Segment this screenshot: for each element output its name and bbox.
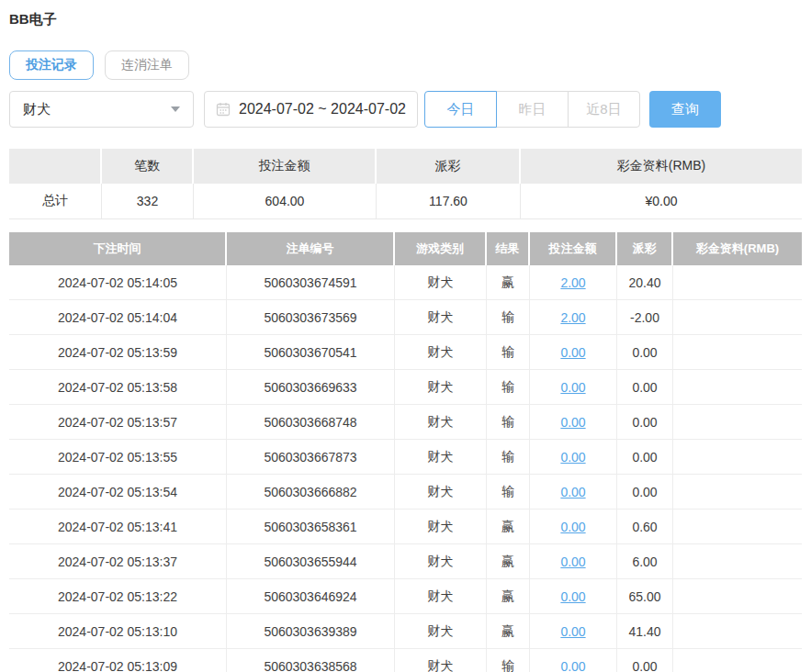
payout-cell: 0.00 bbox=[617, 335, 673, 369]
table-row: 2024-07-02 05:14:055060303674591财犬赢2.002… bbox=[9, 265, 802, 300]
order-id-cell: 5060303669633 bbox=[227, 370, 395, 404]
bet-amount-link[interactable]: 2.00 bbox=[560, 275, 585, 290]
result-cell: 输 bbox=[487, 475, 530, 509]
date-range-input[interactable]: 2024-07-02 ~ 2024-07-02 bbox=[204, 91, 418, 128]
order-id-cell: 5060303668748 bbox=[227, 405, 395, 439]
summary-header-cell bbox=[9, 149, 102, 184]
game-select[interactable]: 财犬 bbox=[9, 91, 194, 128]
table-row: 2024-07-02 05:13:415060303658361财犬赢0.000… bbox=[9, 510, 802, 544]
result-cell: 输 bbox=[487, 649, 530, 672]
bet-time-cell: 2024-07-02 05:14:04 bbox=[9, 300, 227, 334]
payout-cell: 41.40 bbox=[617, 614, 673, 648]
order-id-cell: 5060303666882 bbox=[227, 475, 395, 509]
bet-time-cell: 2024-07-02 05:13:37 bbox=[9, 544, 227, 578]
bet-amount-link[interactable]: 2.00 bbox=[560, 310, 585, 325]
quick-date-group: 今日 昨日 近8日 bbox=[424, 91, 640, 128]
bet-amount-cell: 0.00 bbox=[530, 510, 617, 543]
bonus-cell bbox=[673, 300, 802, 334]
table-row: 2024-07-02 05:13:575060303668748财犬输0.000… bbox=[9, 405, 802, 440]
order-id-cell: 5060303670541 bbox=[227, 335, 395, 369]
bet-time-cell: 2024-07-02 05:13:41 bbox=[9, 510, 227, 543]
bet-amount-cell: 0.00 bbox=[530, 649, 617, 672]
table-row: 2024-07-02 05:13:545060303666882财犬输0.000… bbox=[9, 475, 802, 510]
today-button[interactable]: 今日 bbox=[424, 91, 497, 128]
game-select-value: 财犬 bbox=[23, 101, 51, 118]
bet-amount-link[interactable]: 0.00 bbox=[560, 589, 585, 604]
bet-amount-cell: 0.00 bbox=[530, 579, 617, 613]
payout-cell: 65.00 bbox=[617, 579, 673, 613]
summary-bet-amount: 604.00 bbox=[194, 184, 377, 218]
table-row: 2024-07-02 05:13:095060303638568财犬输0.000… bbox=[9, 649, 802, 672]
summary-header-cell: 彩金资料(RMB) bbox=[521, 149, 802, 184]
bet-time-cell: 2024-07-02 05:14:05 bbox=[9, 265, 227, 299]
game-type-cell: 财犬 bbox=[395, 649, 487, 672]
bet-amount-link[interactable]: 0.00 bbox=[560, 415, 585, 430]
table-row: 2024-07-02 05:13:105060303639389财犬赢0.004… bbox=[9, 614, 802, 649]
result-cell: 赢 bbox=[487, 579, 530, 613]
bonus-cell bbox=[673, 440, 802, 474]
bet-amount-cell: 0.00 bbox=[530, 440, 617, 474]
bonus-cell bbox=[673, 544, 802, 578]
yesterday-button[interactable]: 昨日 bbox=[496, 91, 569, 128]
game-type-cell: 财犬 bbox=[395, 614, 487, 648]
summary-table: 笔数 投注金额 派彩 彩金资料(RMB) 总计 332 604.00 117.6… bbox=[9, 149, 802, 219]
bet-amount-cell: 0.00 bbox=[530, 475, 617, 509]
page-title: BB电子 bbox=[9, 11, 802, 28]
result-cell: 赢 bbox=[487, 614, 530, 648]
payout-cell: 0.00 bbox=[617, 475, 673, 509]
payout-cell: 0.00 bbox=[617, 405, 673, 439]
game-type-cell: 财犬 bbox=[395, 405, 487, 439]
tab-bet-records[interactable]: 投注记录 bbox=[9, 50, 94, 80]
bet-time-cell: 2024-07-02 05:13:59 bbox=[9, 335, 227, 369]
game-type-cell: 财犬 bbox=[395, 300, 487, 334]
bet-table-header-cell: 投注金额 bbox=[530, 232, 617, 265]
order-id-cell: 5060303646924 bbox=[227, 579, 395, 613]
bet-amount-link[interactable]: 0.00 bbox=[560, 624, 585, 639]
order-id-cell: 5060303639389 bbox=[227, 614, 395, 648]
game-type-cell: 财犬 bbox=[395, 265, 487, 299]
bet-amount-link[interactable]: 0.00 bbox=[560, 345, 585, 360]
game-type-cell: 财犬 bbox=[395, 370, 487, 404]
bonus-cell bbox=[673, 475, 802, 509]
today-button-label: 今日 bbox=[447, 101, 475, 118]
game-type-cell: 财犬 bbox=[395, 544, 487, 578]
bet-amount-link[interactable]: 0.00 bbox=[560, 450, 585, 465]
result-cell: 赢 bbox=[487, 265, 530, 299]
bet-amount-cell: 2.00 bbox=[530, 300, 617, 334]
tab-bar: 投注记录 连消注单 bbox=[9, 50, 802, 80]
bet-table-header-cell: 结果 bbox=[487, 232, 530, 265]
payout-cell: 0.00 bbox=[617, 440, 673, 474]
bet-table-header-cell: 下注时间 bbox=[9, 232, 227, 265]
bet-amount-cell: 0.00 bbox=[530, 614, 617, 648]
bet-amount-link[interactable]: 0.00 bbox=[560, 659, 585, 672]
game-type-cell: 财犬 bbox=[395, 510, 487, 543]
bonus-cell bbox=[673, 614, 802, 648]
bet-table-header-cell: 派彩 bbox=[617, 232, 673, 265]
bet-table-header-cell: 游戏类别 bbox=[395, 232, 487, 265]
bet-time-cell: 2024-07-02 05:13:10 bbox=[9, 614, 227, 648]
bonus-cell bbox=[673, 265, 802, 299]
bet-time-cell: 2024-07-02 05:13:22 bbox=[9, 579, 227, 613]
bet-amount-link[interactable]: 0.00 bbox=[560, 485, 585, 499]
table-row: 2024-07-02 05:13:595060303670541财犬输0.000… bbox=[9, 335, 802, 370]
filter-bar: 财犬 2024-07-02 ~ 2024-07-02 今日 昨日 近8日 查询 bbox=[9, 91, 802, 128]
result-cell: 输 bbox=[487, 335, 530, 369]
bet-table-header-cell: 彩金资料(RMB) bbox=[673, 232, 802, 265]
result-cell: 输 bbox=[487, 370, 530, 404]
tab-cancelled-orders[interactable]: 连消注单 bbox=[105, 50, 189, 80]
payout-cell: 20.40 bbox=[617, 265, 673, 299]
result-cell: 输 bbox=[487, 440, 530, 474]
bet-amount-link[interactable]: 0.00 bbox=[560, 520, 585, 534]
bet-amount-link[interactable]: 0.00 bbox=[560, 380, 585, 395]
tab-bet-records-label: 投注记录 bbox=[26, 57, 77, 73]
bonus-cell bbox=[673, 370, 802, 404]
game-type-cell: 财犬 bbox=[395, 440, 487, 474]
summary-bonus: ¥0.00 bbox=[521, 184, 802, 218]
result-cell: 赢 bbox=[487, 544, 530, 578]
search-button[interactable]: 查询 bbox=[649, 91, 721, 128]
summary-header-cell: 投注金额 bbox=[194, 149, 377, 184]
summary-header-row: 笔数 投注金额 派彩 彩金资料(RMB) bbox=[9, 149, 802, 184]
last-8-days-button[interactable]: 近8日 bbox=[568, 91, 640, 128]
bet-amount-link[interactable]: 0.00 bbox=[560, 554, 585, 569]
bet-time-cell: 2024-07-02 05:13:55 bbox=[9, 440, 227, 474]
